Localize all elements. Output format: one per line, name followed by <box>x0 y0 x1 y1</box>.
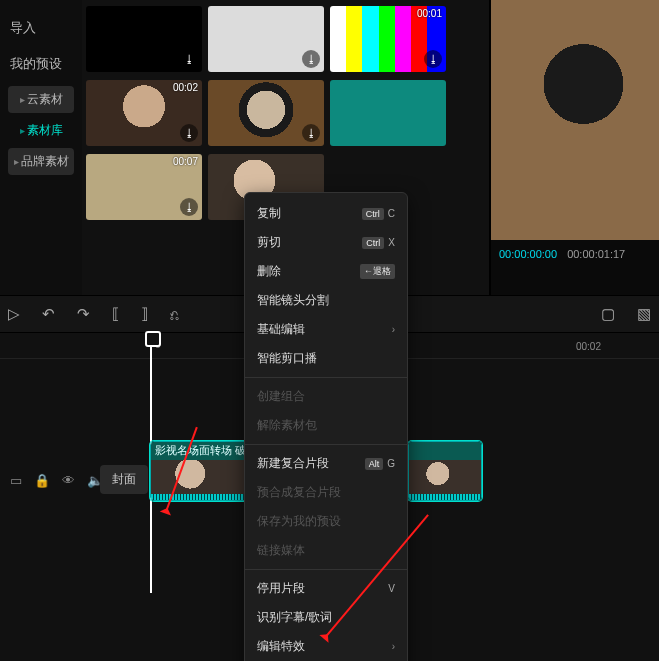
menu-item[interactable]: 复制CtrlC <box>245 199 407 228</box>
download-icon[interactable]: ⭳ <box>424 50 442 68</box>
split-icon[interactable]: ⎌ <box>170 306 179 323</box>
mark-out-icon[interactable]: ⟧ <box>141 305 148 323</box>
sidebar-item-brand[interactable]: 品牌素材 <box>8 148 74 175</box>
eye-toggle-icon[interactable]: 👁 <box>62 473 75 488</box>
menu-item: 保存为我的预设 <box>245 507 407 536</box>
ruler-tick-end: 00:02 <box>576 341 601 352</box>
redo-icon[interactable]: ↷ <box>77 305 90 323</box>
menu-item[interactable]: 停用片段V <box>245 574 407 603</box>
mark-in-icon[interactable]: ⟦ <box>112 305 119 323</box>
shortcut-key: Alt <box>365 458 384 470</box>
clip-waveform <box>151 494 249 500</box>
menu-separator <box>245 444 407 445</box>
menu-item: 链接媒体 <box>245 536 407 565</box>
menu-item[interactable]: 基础编辑› <box>245 315 407 344</box>
media-thumbnail[interactable]: 00:01⭳ <box>330 6 446 72</box>
visibility-toggle-icon[interactable]: ▭ <box>10 473 22 488</box>
chevron-right-icon: › <box>392 641 395 652</box>
preview-panel: 00:00:00:00 00:00:01:17 <box>489 0 659 295</box>
timeline-clip[interactable] <box>408 441 482 501</box>
menu-item[interactable]: 智能镜头分割 <box>245 286 407 315</box>
menu-item-label: 智能剪口播 <box>257 350 317 367</box>
download-icon[interactable]: ⭳ <box>180 50 198 68</box>
thumbnail-duration: 00:02 <box>173 82 198 93</box>
menu-item-label: 解除素材包 <box>257 417 317 434</box>
shortcut-key: Ctrl <box>362 237 384 249</box>
clip-thumbnail <box>409 460 481 494</box>
timeline-clip[interactable]: 影视名场面转场 破... <box>150 441 250 501</box>
sidebar-item-cloud[interactable]: 云素材 <box>8 86 74 113</box>
timecode-current: 00:00:00:00 <box>499 248 557 260</box>
shortcut-char: G <box>387 458 395 469</box>
menu-item: 预合成复合片段 <box>245 478 407 507</box>
menu-item[interactable]: 智能剪口播 <box>245 344 407 373</box>
menu-item-label: 编辑特效 <box>257 638 305 655</box>
media-thumbnail[interactable]: ⭳ <box>208 80 324 146</box>
shortcut-key: ←退格 <box>360 264 395 279</box>
shortcut-char: X <box>388 237 395 248</box>
menu-item-label: 创建组合 <box>257 388 305 405</box>
shortcut-char: C <box>388 208 395 219</box>
sidebar: 导入 我的预设 云素材 素材库 品牌素材 <box>0 0 82 295</box>
menu-item[interactable]: 删除←退格 <box>245 257 407 286</box>
cover-button[interactable]: 封面 <box>100 465 148 494</box>
media-thumbnail[interactable]: ⭳ <box>86 6 202 72</box>
media-thumbnail[interactable]: ⭳ <box>208 6 324 72</box>
track-controls: ▭ 🔒 👁 🔈 <box>0 467 113 494</box>
clip-thumbnail <box>151 460 249 494</box>
speed-icon[interactable]: ▧ <box>637 305 651 323</box>
menu-item-label: 保存为我的预设 <box>257 513 341 530</box>
download-icon[interactable]: ⭳ <box>180 124 198 142</box>
sidebar-item-library[interactable]: 素材库 <box>8 117 74 144</box>
menu-item-label: 基础编辑 <box>257 321 305 338</box>
download-icon[interactable]: ⭳ <box>302 50 320 68</box>
menu-item-label: 智能镜头分割 <box>257 292 329 309</box>
preview-image <box>491 0 659 240</box>
thumbnail-duration: 00:07 <box>173 156 198 167</box>
download-icon[interactable]: ⭳ <box>302 124 320 142</box>
menu-item-label: 删除 <box>257 263 281 280</box>
sidebar-item-import[interactable]: 导入 <box>0 10 82 46</box>
menu-item: 创建组合 <box>245 382 407 411</box>
shortcut-key: Ctrl <box>362 208 384 220</box>
undo-icon[interactable]: ↶ <box>42 305 55 323</box>
download-icon[interactable]: ⭳ <box>180 198 198 216</box>
menu-item-label: 剪切 <box>257 234 281 251</box>
media-thumbnail[interactable] <box>330 80 446 146</box>
sidebar-item-presets[interactable]: 我的预设 <box>0 46 82 82</box>
lock-toggle-icon[interactable]: 🔒 <box>34 473 50 488</box>
menu-item-label: 识别字幕/歌词 <box>257 609 332 626</box>
chevron-right-icon: › <box>392 324 395 335</box>
cursor-tool-icon[interactable]: ▷ <box>8 305 20 323</box>
media-thumbnail[interactable]: 00:02⭳ <box>86 80 202 146</box>
clip-label <box>409 442 481 460</box>
context-menu: 复制CtrlC剪切CtrlX删除←退格智能镜头分割基础编辑›智能剪口播创建组合解… <box>244 192 408 661</box>
menu-item-label: 复制 <box>257 205 281 222</box>
menu-item-label: 停用片段 <box>257 580 305 597</box>
menu-item: 解除素材包 <box>245 411 407 440</box>
clip-label: 影视名场面转场 破... <box>151 442 249 460</box>
menu-separator <box>245 377 407 378</box>
crop-icon[interactable]: ▢ <box>601 305 615 323</box>
clip-waveform <box>409 494 481 500</box>
media-thumbnail[interactable]: 00:07⭳ <box>86 154 202 220</box>
timecode-total: 00:00:01:17 <box>567 248 625 260</box>
menu-item-label: 新建复合片段 <box>257 455 329 472</box>
menu-item-label: 链接媒体 <box>257 542 305 559</box>
shortcut-char: V <box>388 583 395 594</box>
menu-item[interactable]: 新建复合片段AltG <box>245 449 407 478</box>
thumbnail-duration: 00:01 <box>417 8 442 19</box>
menu-item[interactable]: 剪切CtrlX <box>245 228 407 257</box>
menu-item-label: 预合成复合片段 <box>257 484 341 501</box>
